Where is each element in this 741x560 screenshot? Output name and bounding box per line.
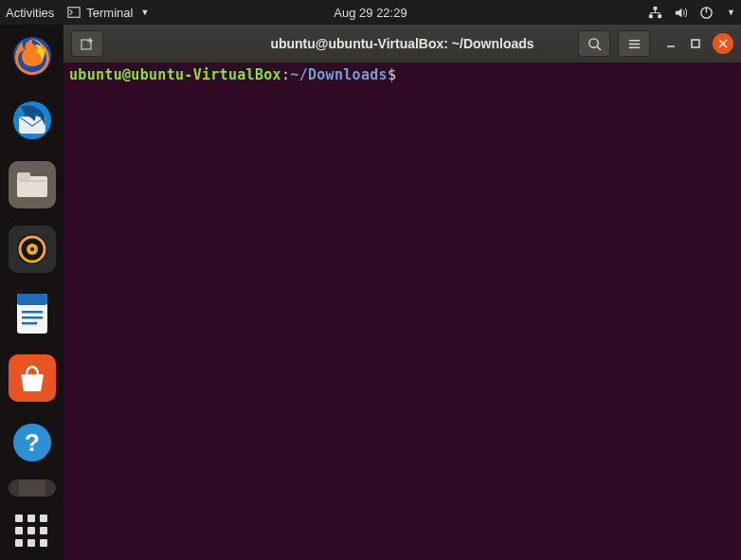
prompt-userhost: ubuntu@ubuntu-VirtualBox [69, 66, 281, 83]
dock-firefox[interactable] [9, 32, 56, 80]
prompt-path: ~/Downloads [290, 66, 388, 83]
dock-thunderbird[interactable] [9, 97, 56, 144]
show-applications-button[interactable] [15, 515, 49, 549]
dock-files[interactable] [9, 161, 56, 208]
svg-rect-3 [658, 14, 661, 18]
svg-rect-17 [22, 311, 43, 314]
svg-rect-32 [692, 40, 699, 47]
svg-rect-22 [19, 479, 45, 497]
new-tab-button[interactable] [71, 30, 103, 57]
svg-line-27 [597, 46, 601, 50]
search-icon [587, 37, 602, 51]
svg-rect-19 [22, 322, 37, 325]
svg-rect-9 [17, 172, 30, 180]
search-button[interactable] [578, 30, 610, 57]
hamburger-icon [627, 37, 642, 51]
minimize-icon [665, 38, 677, 49]
dock-partial-item[interactable] [9, 479, 56, 497]
dock-software[interactable] [9, 354, 56, 402]
minimize-button[interactable] [663, 36, 678, 51]
maximize-icon [690, 38, 701, 49]
dock-help[interactable]: ? [9, 419, 56, 466]
network-icon[interactable] [648, 6, 662, 20]
svg-text:?: ? [25, 428, 40, 457]
dock-rhythmbox[interactable] [9, 226, 56, 273]
window-titlebar: ubuntu@ubuntu-VirtualBox: ~/Downloads [63, 25, 741, 63]
svg-point-26 [588, 38, 597, 46]
prompt-symbol: $ [388, 66, 396, 83]
svg-rect-2 [649, 14, 653, 18]
gnome-top-bar: Activities Terminal ▼ Aug 29 22:29 ▼ [0, 0, 741, 25]
svg-rect-16 [17, 294, 47, 305]
volume-icon[interactable] [674, 6, 688, 20]
svg-rect-0 [68, 8, 80, 18]
prompt-colon: : [281, 66, 290, 83]
dock: ? [0, 25, 63, 560]
terminal-icon [67, 6, 81, 19]
new-tab-icon [80, 36, 95, 51]
system-menu-chevron-icon[interactable]: ▼ [727, 8, 735, 17]
close-button[interactable] [713, 33, 733, 54]
hamburger-menu-button[interactable] [618, 30, 650, 57]
close-icon [718, 39, 728, 48]
chevron-down-icon: ▼ [140, 8, 149, 17]
activities-button[interactable]: Activities [6, 6, 54, 20]
svg-point-14 [30, 247, 34, 251]
window-title: ubuntu@ubuntu-VirtualBox: ~/Downloads [270, 36, 533, 51]
app-menu[interactable]: Terminal ▼ [67, 6, 149, 20]
power-icon[interactable] [699, 6, 714, 20]
dock-writer[interactable] [9, 290, 56, 337]
svg-rect-1 [654, 6, 658, 9]
maximize-button[interactable] [688, 36, 703, 51]
svg-rect-10 [19, 180, 45, 182]
terminal-viewport[interactable]: ubuntu@ubuntu-VirtualBox:~/Downloads$ [63, 63, 741, 560]
svg-rect-18 [22, 316, 43, 319]
app-menu-label: Terminal [86, 6, 133, 20]
clock-label[interactable]: Aug 29 22:29 [334, 6, 407, 20]
